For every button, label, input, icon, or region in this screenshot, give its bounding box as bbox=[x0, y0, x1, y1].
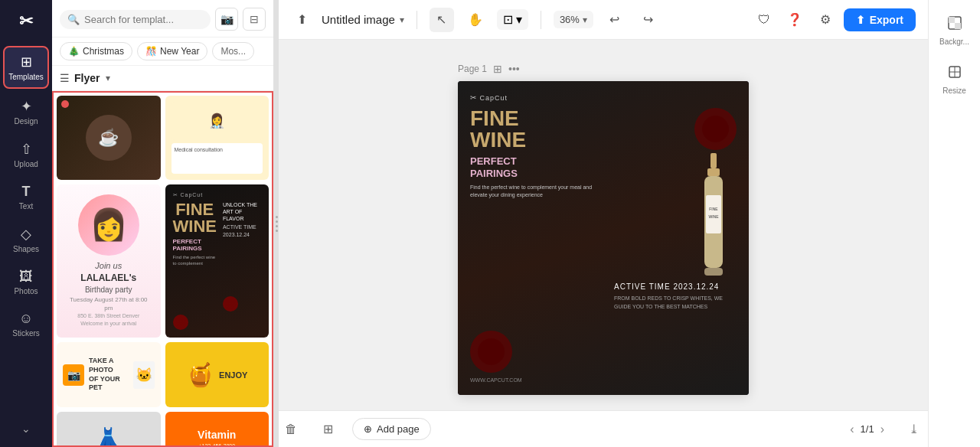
main-area: ⬆ Untitled image ▾ ↖ ✋ ⊡ ▾ 36% ▾ ↩ ↪ bbox=[279, 0, 928, 447]
design-icon: ✦ bbox=[21, 98, 32, 115]
page-navigation: ‹ 1/1 › bbox=[850, 423, 897, 436]
settings-button[interactable]: ⚙ bbox=[813, 8, 838, 32]
sidebar-item-design[interactable]: ✦ Design bbox=[3, 92, 49, 132]
left-sidebar: ✂ ⊞ Templates ✦ Design ⇧ Upload T Text ◇… bbox=[0, 0, 52, 447]
add-page-label: Add page bbox=[377, 423, 420, 435]
background-panel-item[interactable]: Backgr... bbox=[933, 9, 975, 52]
portrait-circle: 👩 bbox=[78, 194, 139, 256]
page-more-icon[interactable]: ••• bbox=[508, 63, 520, 75]
undo-button[interactable]: ↩ bbox=[603, 8, 627, 32]
poster-right-body: FROM BOLD REDS TO CRISP WHITES, WE GUIDE… bbox=[614, 295, 737, 311]
template-card[interactable]: ☕ bbox=[57, 96, 161, 180]
sidebar-item-label: Upload bbox=[14, 160, 38, 168]
svg-text:WINE: WINE bbox=[708, 214, 719, 219]
app-logo[interactable]: ✂ bbox=[11, 6, 41, 37]
layout-icon: ⊡ bbox=[503, 12, 513, 27]
add-page-button[interactable]: ⊕ Add page bbox=[352, 418, 431, 440]
filter-button[interactable]: ⊟ bbox=[243, 8, 266, 31]
page-prev-button[interactable]: ‹ bbox=[850, 423, 854, 436]
wine-glass-bottom bbox=[470, 331, 512, 373]
redo-button[interactable]: ↪ bbox=[636, 8, 661, 32]
hand-icon: ✋ bbox=[468, 12, 483, 27]
sidebar-item-stickers[interactable]: ☺ Stickers bbox=[3, 305, 49, 344]
save-button[interactable]: ⤓ bbox=[909, 422, 928, 436]
camera-search-button[interactable]: 📷 bbox=[215, 8, 238, 31]
wine-glass-top bbox=[694, 108, 737, 150]
category-chips: 🎄 Christmas 🎊 New Year Mos... bbox=[52, 38, 273, 66]
page-copy-icon[interactable]: ⊞ bbox=[493, 63, 502, 75]
chip-label: New Year bbox=[160, 46, 199, 57]
template-card[interactable]: 👩‍⚕️ Medical consultation bbox=[165, 96, 270, 180]
trash-button[interactable]: 🗑 bbox=[279, 417, 303, 442]
sidebar-expand-button[interactable]: ⌄ bbox=[15, 416, 37, 441]
stickers-icon: ☺ bbox=[19, 311, 33, 327]
sidebar-item-photos[interactable]: 🖼 Photos bbox=[3, 263, 49, 302]
templates-panel: 🔍 📷 ⊟ 🎄 Christmas 🎊 New Year Mos... ☰ Fl… bbox=[52, 0, 274, 447]
wine-title: FINEWINE bbox=[173, 201, 217, 235]
export-button[interactable]: ⬆ Export bbox=[844, 8, 916, 31]
search-bar: 🔍 📷 ⊟ bbox=[52, 0, 273, 38]
help-button[interactable]: ❓ bbox=[782, 8, 807, 32]
upload-button[interactable]: ⬆ bbox=[291, 9, 312, 31]
template-card[interactable]: Vitamin +123-456-7890 bbox=[165, 412, 270, 447]
sidebar-item-shapes[interactable]: ◇ Shapes bbox=[3, 220, 49, 259]
template-card[interactable]: 📷 TAKE A PHOTOOF YOUR PET 🐱 bbox=[57, 342, 161, 407]
shield-icon: 🛡 bbox=[758, 13, 770, 27]
poster-main: FINE WINE PERFECT PAIRINGS Find the perf… bbox=[470, 108, 737, 373]
zoom-control[interactable]: 36% ▾ bbox=[554, 11, 593, 28]
chip-more[interactable]: Mos... bbox=[212, 42, 254, 60]
document-title[interactable]: Untitled image ▾ bbox=[322, 13, 404, 26]
templates-icon: ⊞ bbox=[21, 54, 32, 70]
wine-poster: ✂ CapCut FINE WINE PERFECT PAIRINGS bbox=[458, 81, 749, 395]
sidebar-item-label: Shapes bbox=[13, 245, 39, 253]
resize-label: Resize bbox=[942, 86, 966, 95]
search-input-wrap[interactable]: 🔍 bbox=[60, 10, 211, 29]
pet-card-text: TAKE A PHOTOOF YOUR PET bbox=[89, 357, 129, 393]
template-card[interactable]: 👗 bbox=[57, 412, 161, 447]
page-next-button[interactable]: › bbox=[880, 423, 884, 436]
text-icon: T bbox=[22, 184, 31, 200]
resize-icon bbox=[947, 64, 962, 83]
toolbar-divider bbox=[541, 11, 541, 29]
flyer-selector[interactable]: ☰ Flyer ▾ bbox=[52, 66, 273, 91]
sidebar-item-label: Templates bbox=[8, 73, 44, 81]
sidebar-item-label: Photos bbox=[14, 287, 38, 295]
search-input[interactable] bbox=[84, 14, 203, 25]
hand-tool-button[interactable]: ✋ bbox=[463, 8, 488, 32]
poster-body: Find the perfect wine to complement your… bbox=[470, 184, 606, 199]
logo-icon: ✂ bbox=[19, 11, 33, 31]
shield-button[interactable]: 🛡 bbox=[752, 8, 776, 32]
sidebar-item-label: Stickers bbox=[12, 329, 40, 338]
sidebar-item-templates[interactable]: ⊞ Templates bbox=[3, 46, 49, 89]
template-card[interactable]: 👩 Join us LALALAEL's Birthday party Tues… bbox=[57, 184, 161, 338]
chip-christmas[interactable]: 🎄 Christmas bbox=[60, 42, 132, 60]
select-tool-button[interactable]: ↖ bbox=[430, 8, 454, 32]
duplicate-button[interactable]: ⊞ bbox=[315, 417, 340, 442]
canvas-frame[interactable]: ✂ CapCut FINE WINE PERFECT PAIRINGS bbox=[458, 81, 749, 395]
sidebar-item-label: Design bbox=[14, 117, 38, 126]
christmas-emoji: 🎄 bbox=[68, 46, 80, 57]
chip-newyear[interactable]: 🎊 New Year bbox=[137, 42, 207, 60]
flyer-chevron-icon: ▾ bbox=[106, 73, 110, 83]
save-icon: ⤓ bbox=[909, 423, 919, 436]
poster-tagline: PERFECT PAIRINGS bbox=[470, 155, 606, 179]
sidebar-item-text[interactable]: T Text bbox=[3, 178, 49, 217]
trash-icon: 🗑 bbox=[285, 423, 297, 436]
wine-bottle: FINE WINE bbox=[698, 153, 729, 279]
chip-more-label: Mos... bbox=[220, 46, 246, 57]
zoom-value: 36% bbox=[560, 14, 580, 25]
shapes-icon: ◇ bbox=[21, 226, 31, 243]
template-card[interactable]: 🍯 ENJOY bbox=[165, 342, 270, 407]
template-grid: ☕ 👩‍⚕️ Medical consultation 👩 Join us LA… bbox=[52, 91, 273, 447]
newyear-emoji: 🎊 bbox=[145, 46, 157, 57]
drag-dots bbox=[276, 216, 278, 232]
page-header: Page 1 ⊞ ••• bbox=[458, 63, 520, 75]
page-label: Page 1 bbox=[458, 64, 487, 74]
layout-button[interactable]: ⊡ ▾ bbox=[497, 9, 528, 30]
sidebar-item-upload[interactable]: ⇧ Upload bbox=[3, 135, 49, 175]
svg-rect-9 bbox=[955, 23, 961, 29]
undo-icon: ↩ bbox=[609, 12, 619, 27]
resize-panel-item[interactable]: Resize bbox=[933, 58, 975, 101]
template-card-wine[interactable]: ✂ CapCut FINEWINE PERFECTPAIRINGS Find t… bbox=[165, 184, 270, 338]
svg-rect-8 bbox=[949, 17, 955, 23]
